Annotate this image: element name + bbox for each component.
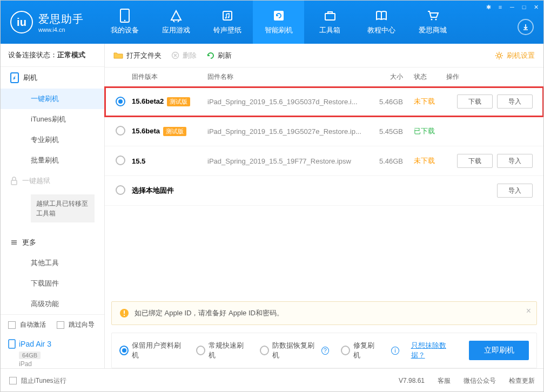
cart-icon xyxy=(426,9,439,22)
col-status: 状态 xyxy=(403,72,446,82)
sidebar-item-othertools[interactable]: 其他工具 xyxy=(1,253,104,273)
check-update-link[interactable]: 检查更新 xyxy=(509,376,535,386)
folder-icon xyxy=(113,51,123,59)
sidebar-head-flash[interactable]: 刷机 xyxy=(1,67,104,89)
svg-rect-6 xyxy=(325,13,335,20)
svg-rect-18 xyxy=(124,310,125,314)
table-header: 固件版本 固件名称 大小 状态 操作 xyxy=(105,67,543,87)
svg-rect-2 xyxy=(223,11,232,20)
device-type: iPad xyxy=(1,360,104,373)
row-action-button[interactable]: 下载 xyxy=(457,154,493,168)
row-radio[interactable] xyxy=(116,97,125,106)
row-radio[interactable] xyxy=(116,126,125,136)
device-name[interactable]: iPad Air 3 xyxy=(1,335,104,351)
sidebar-item-oneclick[interactable]: 一键刷机 xyxy=(1,89,104,109)
app-name: 爱思助手 xyxy=(38,12,84,26)
gear-icon xyxy=(495,51,503,60)
nav-ringtones[interactable]: 铃声壁纸 xyxy=(202,1,253,44)
appleid-banner: 如已绑定 Apple ID，请准备好 Apple ID和密码。 × xyxy=(111,301,537,325)
svg-rect-10 xyxy=(11,180,17,185)
svg-rect-19 xyxy=(124,315,125,316)
row-action-button[interactable]: 导入 xyxy=(497,184,533,198)
col-version: 固件版本 xyxy=(132,72,207,82)
row-action-button[interactable]: 导入 xyxy=(497,154,533,168)
svg-rect-14 xyxy=(9,340,15,348)
nav-tutorials[interactable]: 教程中心 xyxy=(355,1,407,44)
open-folder-button[interactable]: 打开文件夹 xyxy=(113,51,162,60)
logo-icon: iu xyxy=(10,11,33,33)
info-icon[interactable]: ? xyxy=(321,347,329,355)
flash-options: 保留用户资料刷机 常规快速刷机 防数据恢复刷机? 修复刷机 i 只想抹除数据？ … xyxy=(111,333,537,368)
top-nav: 我的设备 应用游戏 铃声壁纸 智能刷机 工具箱 教程中心 爱思商城 xyxy=(99,1,458,44)
nav-toolbox[interactable]: 工具箱 xyxy=(304,1,355,44)
row-radio[interactable] xyxy=(116,185,125,195)
wechat-link[interactable]: 微信公众号 xyxy=(464,376,496,386)
flash-settings-button[interactable]: 刷机设置 xyxy=(495,51,535,60)
block-itunes-label: 阻止iTunes运行 xyxy=(21,376,66,386)
banner-close-icon[interactable]: × xyxy=(526,306,531,316)
nav-apps[interactable]: 应用游戏 xyxy=(150,1,202,44)
svg-point-3 xyxy=(225,17,226,19)
sidebar-item-downloadfw[interactable]: 下载固件 xyxy=(1,273,104,294)
info-icon[interactable]: i xyxy=(391,347,399,355)
opt-normal[interactable]: 常规快速刷机 xyxy=(196,341,248,360)
opt-keep-data[interactable]: 保留用户资料刷机 xyxy=(119,341,184,360)
row-action-button[interactable]: 导入 xyxy=(497,94,533,109)
col-name: 固件名称 xyxy=(207,72,365,82)
skin-icon[interactable]: ✱ xyxy=(484,3,493,11)
maximize-icon[interactable]: □ xyxy=(520,3,528,11)
skip-guide-checkbox[interactable] xyxy=(57,321,64,329)
minimize-icon[interactable]: ─ xyxy=(508,3,516,11)
block-itunes-checkbox[interactable] xyxy=(9,377,17,384)
col-size: 大小 xyxy=(365,72,403,82)
sidebar-item-batch[interactable]: 批量刷机 xyxy=(1,150,104,171)
support-link[interactable]: 客服 xyxy=(438,376,451,386)
menu-icon[interactable]: ≡ xyxy=(496,3,505,11)
svg-point-16 xyxy=(498,54,501,57)
sidebar-head-more[interactable]: 更多 xyxy=(1,232,104,253)
window-controls: ✱ ≡ ─ □ ✕ xyxy=(484,3,540,11)
nav-my-device[interactable]: 我的设备 xyxy=(99,1,150,44)
erase-link[interactable]: 只想抹除数据？ xyxy=(411,341,458,360)
firmware-row[interactable]: 15.5iPad_Spring_2019_15.5_19F77_Restore.… xyxy=(105,146,543,176)
close-icon[interactable]: ✕ xyxy=(532,3,540,11)
apps-icon xyxy=(170,9,183,22)
app-site: www.i4.cn xyxy=(38,26,84,33)
auto-activate-row: 自动激活 跳过向导 xyxy=(1,315,104,335)
reload-icon xyxy=(206,51,214,59)
firmware-row[interactable]: 选择本地固件导入 xyxy=(105,176,543,206)
device-icon xyxy=(118,9,131,22)
book-icon xyxy=(375,9,388,22)
more-icon xyxy=(10,239,18,246)
opt-repair[interactable]: 修复刷机 xyxy=(341,341,379,360)
opt-anti-recover[interactable]: 防数据恢复刷机? xyxy=(260,341,329,360)
sidebar-item-itunes[interactable]: iTunes刷机 xyxy=(1,109,104,130)
svg-rect-5 xyxy=(274,11,284,21)
svg-point-8 xyxy=(435,19,436,21)
svg-point-1 xyxy=(124,20,125,22)
sidebar: 设备连接状态：正常模式 刷机 一键刷机 iTunes刷机 专业刷机 批量刷机 一… xyxy=(1,44,105,368)
sidebar-item-advanced[interactable]: 高级功能 xyxy=(1,294,104,314)
svg-point-7 xyxy=(431,19,432,21)
sidebar-item-pro[interactable]: 专业刷机 xyxy=(1,130,104,150)
refresh-button[interactable]: 刷新 xyxy=(206,51,232,60)
tablet-icon xyxy=(8,339,16,349)
row-radio[interactable] xyxy=(116,156,125,165)
auto-activate-checkbox[interactable] xyxy=(8,321,16,329)
refresh-icon xyxy=(272,9,285,22)
jailbreak-notice: 越狱工具已转移至工具箱 xyxy=(31,194,95,222)
firmware-row[interactable]: 15.6beta2测试版iPad_Spring_2019_15.6_19G503… xyxy=(105,87,543,117)
firmware-row[interactable]: 15.6beta测试版iPad_Spring_2019_15.6_19G5027… xyxy=(105,117,543,146)
row-action-button[interactable]: 下载 xyxy=(457,94,493,109)
nav-store[interactable]: 爱思商城 xyxy=(407,1,458,44)
connection-status: 设备连接状态：正常模式 xyxy=(1,44,104,67)
toolbox-icon xyxy=(324,9,337,22)
logo: iu 爱思助手 www.i4.cn xyxy=(1,11,93,33)
main-panel: 打开文件夹 删除 刷新 刷机设置 固件版本 固件名称 大小 状态 操作 15.6… xyxy=(105,44,543,368)
flash-now-button[interactable]: 立即刷机 xyxy=(469,341,529,360)
warning-icon xyxy=(119,308,129,318)
download-manager-icon[interactable] xyxy=(518,19,534,35)
titlebar: iu 爱思助手 www.i4.cn 我的设备 应用游戏 铃声壁纸 智能刷机 工具… xyxy=(1,1,543,44)
delete-button[interactable]: 删除 xyxy=(171,51,197,60)
nav-smart-flash[interactable]: 智能刷机 xyxy=(253,1,304,44)
